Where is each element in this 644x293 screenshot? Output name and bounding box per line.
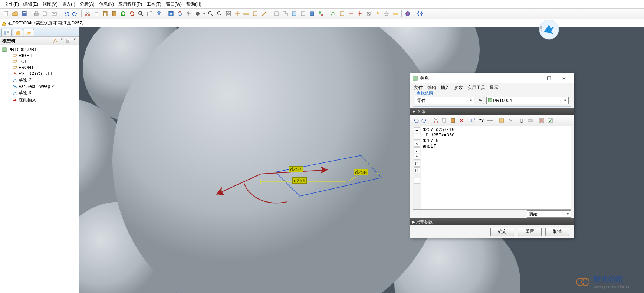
rel-eval-icon[interactable]: =?: [477, 116, 486, 125]
maximize-button[interactable]: ☐: [542, 74, 556, 83]
dlg-menu-insert[interactable]: 插入: [441, 85, 450, 91]
menu-window[interactable]: 窗口(W): [164, 0, 183, 8]
open-icon[interactable]: [11, 10, 19, 18]
menu-edit[interactable]: 编辑(E): [22, 0, 40, 8]
minimize-button[interactable]: —: [527, 74, 542, 83]
reset-button[interactable]: 重置: [518, 228, 542, 236]
dlg-menu-edit[interactable]: 编辑: [427, 85, 436, 91]
view1-icon[interactable]: [272, 10, 280, 18]
appearance-icon[interactable]: [404, 10, 412, 18]
dlg-menu-file[interactable]: 文件: [414, 85, 423, 91]
rel-undo-icon[interactable]: [412, 116, 420, 125]
tree-item-csys[interactable]: PRT_CSYS_DEF: [1, 70, 78, 76]
rel-dim-icon[interactable]: [486, 116, 494, 125]
annot-icon[interactable]: [391, 10, 400, 18]
datum-disp6-icon[interactable]: [374, 10, 382, 18]
view4-icon[interactable]: [299, 10, 307, 18]
op-mult[interactable]: ×: [414, 141, 420, 146]
refit-icon[interactable]: [233, 10, 242, 18]
menu-help[interactable]: 帮助(H): [185, 0, 203, 8]
paste-special-icon[interactable]: [110, 10, 118, 18]
datum-disp4-icon[interactable]: [356, 10, 364, 18]
datum-disp5-icon[interactable]: [365, 10, 373, 18]
rel-verify-icon[interactable]: [538, 116, 546, 125]
select-icon[interactable]: [146, 10, 154, 18]
ok-button[interactable]: 确定: [490, 228, 514, 236]
dim-d257[interactable]: d257: [289, 166, 303, 172]
dlg-menu-params[interactable]: 参数: [454, 85, 463, 91]
menu-view[interactable]: 视图(V): [41, 0, 59, 8]
zoom-in-icon[interactable]: [207, 10, 215, 18]
redo-icon[interactable]: [71, 10, 79, 18]
copy-icon[interactable]: [41, 10, 49, 18]
scope-type-combo[interactable]: 零件▼: [415, 97, 474, 104]
datum-disp7-icon[interactable]: [382, 10, 391, 18]
local-params-section[interactable]: ▶局部参数: [410, 218, 574, 225]
tree-item-front[interactable]: FRONT: [1, 65, 78, 70]
menu-info[interactable]: 信息(N): [98, 0, 116, 8]
datum-plane-icon[interactable]: [251, 10, 259, 18]
menu-app[interactable]: 应用程序(P): [117, 0, 144, 8]
initial-combo[interactable]: 初始▼: [527, 210, 571, 218]
dialog-titlebar[interactable]: 关系 — ☐ ✕: [410, 73, 574, 83]
datum-axis-icon[interactable]: [260, 10, 268, 18]
undo-icon[interactable]: [62, 10, 70, 18]
regen2-icon[interactable]: [128, 10, 136, 18]
menu-analysis[interactable]: 分析(A): [78, 0, 96, 8]
rel-units-icon[interactable]: [526, 116, 534, 125]
spin-icon[interactable]: [176, 10, 184, 18]
tree-item-sketch3[interactable]: 草绘 3: [1, 89, 78, 96]
orient-icon[interactable]: [185, 10, 193, 18]
zoom-out-icon[interactable]: [216, 10, 224, 18]
menu-insert[interactable]: 插入(I): [60, 0, 76, 8]
rel-copy-icon[interactable]: [440, 116, 448, 125]
tree-item-insert[interactable]: 在此插入: [1, 96, 78, 103]
view2-icon[interactable]: [281, 10, 289, 18]
menu-file[interactable]: 文件(F): [3, 0, 20, 8]
mic-icon[interactable]: [539, 25, 544, 32]
copy2-icon[interactable]: [92, 10, 101, 18]
dim-d256[interactable]: d256: [292, 177, 307, 184]
view3-icon[interactable]: [290, 10, 298, 18]
datum-disp2-icon[interactable]: [338, 10, 346, 18]
menu-tools[interactable]: 工具(T): [145, 0, 162, 8]
rel-paste-icon[interactable]: [449, 116, 457, 125]
op-plus[interactable]: +: [414, 127, 420, 133]
print-icon[interactable]: [32, 10, 40, 18]
tree-show-icon[interactable]: [65, 37, 72, 44]
tree-item-top[interactable]: TOP: [1, 59, 78, 65]
tree-item-sketch2[interactable]: 草绘 2: [1, 76, 78, 83]
dlg-menu-util[interactable]: 实用工具: [467, 85, 485, 91]
tree-settings-icon[interactable]: [52, 37, 59, 44]
rel-cut-icon[interactable]: [432, 116, 440, 125]
dim-d258[interactable]: d258: [354, 169, 368, 175]
zoom-fit-icon[interactable]: [224, 10, 233, 18]
rel-provide-icon[interactable]: [497, 116, 506, 125]
tab-model-tree[interactable]: [1, 29, 12, 36]
scope-object-combo[interactable]: PRT0004▼: [486, 97, 569, 104]
paste-icon[interactable]: [101, 10, 109, 18]
op-bracket[interactable]: [ ]: [414, 167, 420, 173]
op-paren[interactable]: ( ): [414, 161, 420, 167]
tree-item-right[interactable]: RIGHT: [1, 53, 78, 59]
rel-redo-icon[interactable]: [420, 116, 428, 125]
measure-icon[interactable]: [242, 10, 250, 18]
mail-icon[interactable]: [50, 10, 58, 18]
view-mgr-icon[interactable]: [317, 10, 325, 18]
view5-icon[interactable]: [308, 10, 316, 18]
op-eq[interactable]: =: [414, 178, 420, 184]
tree-item-sweep[interactable]: Var Sect Sweep 2: [1, 83, 78, 89]
regen-icon[interactable]: [119, 10, 127, 18]
rel-delete-icon[interactable]: [457, 116, 466, 125]
tab-favorites[interactable]: [24, 29, 34, 36]
help-icon[interactable]: ?: [416, 10, 424, 18]
op-div[interactable]: /: [414, 147, 420, 153]
rel-fx-icon[interactable]: fx: [506, 116, 514, 125]
tree-root[interactable]: PRT0004.PRT: [1, 47, 78, 53]
tab-folders[interactable]: [13, 29, 23, 36]
cancel-button[interactable]: 取消: [545, 228, 569, 236]
layers-icon[interactable]: [155, 10, 163, 18]
save-icon[interactable]: [20, 10, 28, 18]
rel-execute-icon[interactable]: [546, 116, 554, 125]
repaint-icon[interactable]: [167, 10, 175, 18]
